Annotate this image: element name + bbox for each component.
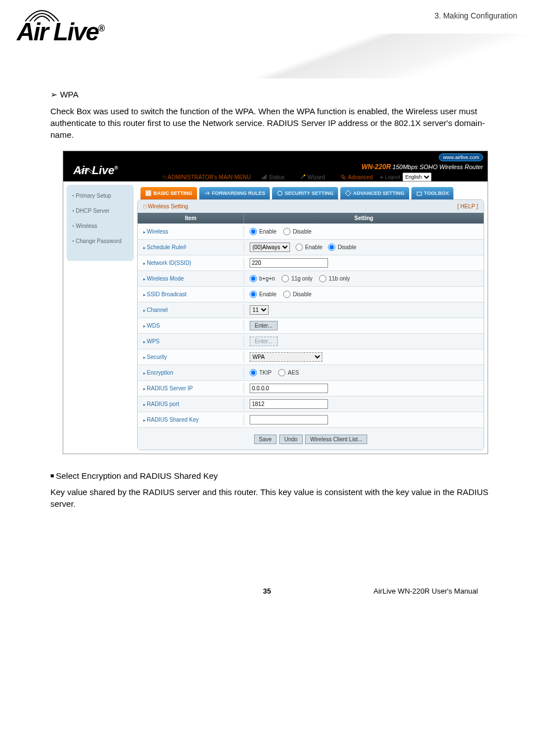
table-row: EncryptionTKIPAES [138, 365, 484, 380]
svg-rect-2 [265, 175, 266, 179]
table-row: Schedule Rule#(00)AlwaysEnableDisable [138, 239, 484, 255]
sidebar-item-wireless[interactable]: Wireless [72, 223, 128, 229]
table-row: SecurityWPA [138, 349, 484, 365]
radio-option[interactable] [328, 244, 335, 251]
product-name: WN-220R 150Mbps SOHO Wireless Router [362, 163, 483, 171]
row-value: 11 [244, 303, 484, 317]
radio-option[interactable] [250, 228, 257, 235]
dropdown[interactable]: 11 [250, 305, 269, 315]
radio-option[interactable] [282, 275, 289, 282]
table-row: RADIUS Shared Key [138, 412, 484, 427]
row-value: (00)AlwaysEnableDisable [244, 240, 484, 254]
table-row: RADIUS port [138, 396, 484, 412]
row-label: Wireless Mode [138, 273, 244, 284]
row-label: Encryption [138, 367, 244, 379]
enter-button[interactable]: Enter... [250, 321, 278, 330]
row-value [244, 256, 484, 270]
row-label: Schedule Rule# [138, 241, 244, 253]
forwarding-icon [204, 190, 210, 197]
manual-title: AirLive WN-220R User's Manual [338, 587, 478, 595]
svg-point-3 [304, 175, 306, 176]
sidebar-item-primary-setup[interactable]: Primary Setup [72, 193, 128, 199]
text-input[interactable] [250, 415, 328, 424]
radio-option[interactable] [319, 275, 326, 282]
panel-title: Wireless Setting [143, 203, 188, 209]
text-input[interactable] [250, 258, 328, 268]
table-row: WDSEnter... [138, 318, 484, 333]
tab-advanced-setting[interactable]: ADVANCED SETTING [340, 187, 409, 199]
row-value: EnableDisable [244, 288, 484, 300]
tab-toolbox[interactable]: TOOLBOX [411, 187, 453, 199]
advanced-gears-icon [340, 174, 346, 180]
router-admin-screenshot: Air Live® □ ADMINISTRATOR's MAIN MENU St… [63, 151, 488, 454]
save-button[interactable]: Save [254, 435, 277, 444]
row-label: RADIUS port [138, 398, 244, 410]
radio-option[interactable] [278, 369, 285, 376]
radio-option[interactable] [283, 228, 291, 235]
radio-label: TKIP [259, 370, 271, 376]
text-input[interactable] [250, 399, 328, 409]
tab-security-setting[interactable]: SECURITY SETTING [272, 187, 338, 199]
svg-point-5 [343, 177, 345, 179]
page-number: 35 [196, 587, 337, 595]
menu-wizard[interactable]: Wizard [292, 174, 332, 180]
decorative-wedge [254, 34, 534, 78]
table-row: Wireless Modeb+g+n11g only11b only [138, 270, 484, 286]
menu-status[interactable]: Status [254, 174, 292, 180]
row-label: RADIUS Shared Key [138, 414, 244, 426]
radio-label: Enable [305, 244, 322, 250]
status-bars-icon [261, 174, 267, 180]
radio-option[interactable] [296, 244, 303, 251]
tab-basic-setting[interactable]: BASIC SETTING [140, 187, 197, 199]
col-header-item: Item [138, 213, 244, 223]
security-icon [277, 190, 283, 197]
text-input[interactable] [250, 384, 328, 393]
row-value: Enter... [244, 334, 484, 348]
row-value [244, 381, 484, 395]
menu-advanced[interactable]: Advanced [332, 174, 380, 180]
row-label: RADIUS Server IP [138, 382, 244, 394]
row-label: Wireless [138, 226, 244, 237]
radio-option[interactable] [283, 291, 291, 298]
row-value: Enter... [244, 319, 484, 333]
enter-button-disabled[interactable]: Enter... [250, 337, 278, 346]
table-row: Channel11 [138, 302, 484, 318]
col-header-setting: Setting [244, 213, 484, 223]
svg-rect-1 [264, 176, 265, 179]
radio-label: 11g only [291, 276, 312, 282]
row-label: Channel [138, 304, 244, 316]
radio-label: 11b only [329, 276, 350, 282]
url-badge: www.airlive.com [439, 153, 483, 161]
closing-paragraph: Key value shared by the RADIUS server an… [50, 486, 500, 510]
svg-rect-6 [146, 190, 151, 196]
sidebar-item-change-password[interactable]: Change Password [72, 238, 128, 244]
row-label: SSID Broadcast [138, 288, 244, 300]
radio-option[interactable] [250, 369, 257, 376]
schedule-select[interactable]: (00)Always [250, 242, 290, 252]
logout-link[interactable]: ▸ Logout [381, 174, 400, 180]
wizard-wand-icon [300, 174, 306, 180]
sidebar-item-dhcp-server[interactable]: DHCP Server [72, 208, 128, 214]
ss-logo: Air Live® [63, 164, 158, 181]
language-select[interactable]: English [402, 172, 432, 181]
row-value: b+g+n11g only11b only [244, 273, 484, 284]
table-row: Network ID(SSID) [138, 255, 484, 270]
radio-label: Disable [293, 291, 311, 297]
row-value: WPA [244, 350, 484, 364]
row-value [244, 397, 484, 411]
radio-label: Enable [259, 291, 277, 297]
security-select[interactable]: WPA [250, 352, 322, 362]
radio-option[interactable] [250, 275, 257, 282]
row-label: WPS [138, 335, 244, 347]
advanced-tab-icon [345, 190, 352, 197]
tab-forwarding-rules[interactable]: FORWARDING RULES [199, 187, 270, 199]
radio-label: Enable [259, 228, 277, 235]
wireless-client-list-button[interactable]: Wireless Client List... [305, 435, 367, 444]
table-row: WirelessEnableDisable [138, 223, 484, 239]
undo-button[interactable]: Undo [279, 435, 303, 444]
row-label: Security [138, 351, 244, 363]
radio-option[interactable] [250, 291, 257, 298]
help-link[interactable]: [ HELP ] [457, 203, 478, 209]
intro-paragraph: Check Box was used to switch the functio… [50, 105, 500, 141]
basic-setting-icon [145, 190, 152, 197]
